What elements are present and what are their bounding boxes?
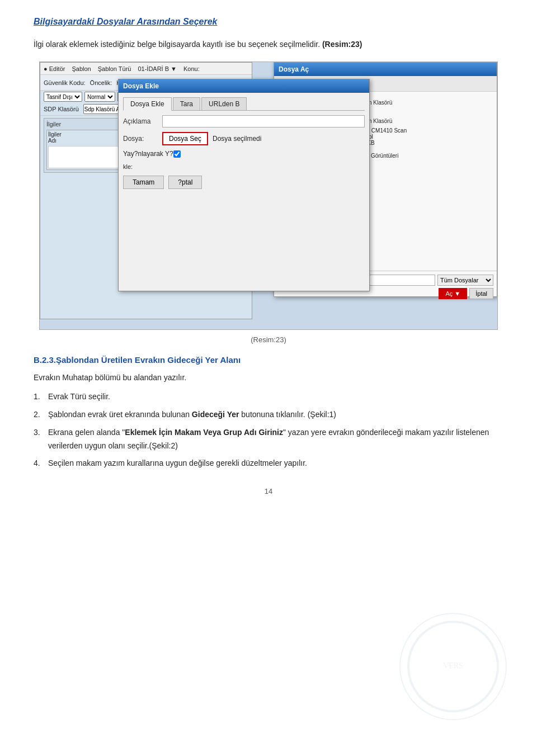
aciklama-row: Açıklama — [123, 115, 365, 127]
dialog-body: Dosya Ekle Tara URLden B Açıklama Dosya:… — [119, 93, 369, 193]
intro-text: İlgi olarak eklemek istediğiniz belge bi… — [34, 38, 503, 50]
num-3: 3. — [34, 426, 44, 453]
file-open-title: Dosya Aç — [279, 65, 309, 73]
menu-konu: Konu: — [183, 65, 200, 72]
yayinlayarak-row: Yay?nlayarak Y? — [123, 150, 365, 158]
dosya-dialog: Dosya Ekle Dosya Ekle Tara URLden B Açık… — [118, 79, 370, 291]
menu-idari: 01-İDARİ B ▼ — [138, 65, 177, 72]
tab-urlden[interactable]: URLden B — [201, 97, 247, 110]
menu-sablon-turu: Şablon Türü — [98, 65, 131, 72]
dialog-title-text: Dosya Ekle — [123, 82, 159, 90]
num-4: 4. — [34, 457, 44, 470]
list-item-2: 2. Şablondan evrak üret ekranında buluna… — [34, 408, 503, 422]
section-b-heading: B.2.3.Şablondan Üretilen Evrakın Gideceğ… — [34, 355, 503, 365]
num-2: 2. — [34, 408, 44, 422]
dosya-secilmedi-text: Dosya seçilmedi — [213, 135, 261, 143]
list-item-4: 4. Seçilen makam yazım kurallarına uygun… — [34, 457, 503, 470]
numbered-list: 1. Evrak Türü seçilir. 2. Şablondan evra… — [34, 390, 503, 470]
page-heading: Bilgisayardaki Dosyalar Arasından Seçere… — [34, 17, 503, 27]
muhatap-text: Evrakın Muhatap bölümü bu alandan yazılı… — [34, 371, 503, 385]
caption-text: (Resim:23) — [34, 336, 503, 344]
svg-point-0 — [408, 622, 498, 711]
dialog-buttons: Tamam ?ptal — [123, 176, 365, 189]
svg-text:VERS: VERS — [443, 662, 463, 670]
dialog-tabs: Dosya Ekle Tara URLden B — [123, 97, 365, 111]
kle-label: kle: — [123, 163, 365, 170]
yayinlayarak-checkbox[interactable] — [173, 150, 181, 158]
yayinlayarak-label: Yay?nlayarak Y? — [123, 150, 173, 158]
aciklama-label: Açıklama — [123, 117, 162, 125]
item-1-text: Evrak Türü seçilir. — [48, 390, 110, 404]
num-1: 1. — [34, 390, 44, 404]
field-guvenlik: Güvenlik Kodu: — [44, 79, 86, 86]
item-4-text: Seçilen makam yazım kurallarına uygun de… — [48, 457, 307, 470]
app-menubar: ● Editör Şablon Şablon Türü 01-İDARİ B ▼… — [40, 63, 252, 75]
field-oncelik: Öncelik: — [90, 79, 112, 86]
menu-sablon: Şablon — [72, 65, 91, 72]
eklemek-icin-bold: Eklemek İçin Makam Veya Grup Adı Giriniz — [125, 428, 283, 437]
item-3-text: Ekrana gelen alanda "Eklemek İçin Makam … — [48, 426, 503, 453]
item-2-text: Şablondan evrak üret ekranında bulunan G… — [48, 408, 336, 422]
aciklama-input[interactable] — [162, 115, 365, 127]
iptal-button[interactable]: ?ptal — [168, 176, 202, 189]
sdp-label: SDP Klasörü — [44, 106, 79, 112]
tamam-button[interactable]: Tamam — [123, 176, 164, 189]
dosya-sec-button[interactable]: Dosya Seç — [162, 132, 208, 145]
watermark: VERS — [397, 611, 509, 722]
file-open-titlebar: Dosya Aç — [274, 63, 497, 76]
resim-label: (Resim:23) — [322, 40, 362, 49]
tab-dosya-ekle[interactable]: Dosya Ekle — [123, 97, 172, 111]
intro-span: İlgi olarak eklemek istediğiniz belge bi… — [34, 40, 320, 49]
iptal2-button[interactable]: İptal — [469, 288, 493, 299]
dosya-label: Dosya: — [123, 135, 162, 143]
normal-select[interactable]: Normal — [84, 92, 115, 102]
dosya-dialog-titlebar: Dosya Ekle — [119, 79, 369, 93]
dosya-row: Dosya: Dosya Seç Dosya seçilmedi — [123, 132, 365, 145]
page-number: 14 — [34, 487, 503, 495]
menu-editor: ● Editör — [44, 65, 65, 72]
screenshot-container: ● Editör Şablon Şablon Türü 01-İDARİ B ▼… — [39, 62, 498, 330]
filetype-select[interactable]: Tüm Dosyalar — [437, 275, 493, 286]
gidecegi-yer-bold: Gideceği Yer — [192, 410, 239, 419]
tab-tara[interactable]: Tara — [173, 97, 200, 110]
list-item-1: 1. Evrak Türü seçilir. — [34, 390, 503, 404]
ac-button[interactable]: Aç ▼ — [439, 288, 467, 299]
svg-point-2 — [400, 613, 506, 720]
tasnif-select[interactable]: Tasnif Dışı — [44, 92, 82, 102]
list-item-3: 3. Ekrana gelen alanda "Eklemek İçin Mak… — [34, 426, 503, 453]
